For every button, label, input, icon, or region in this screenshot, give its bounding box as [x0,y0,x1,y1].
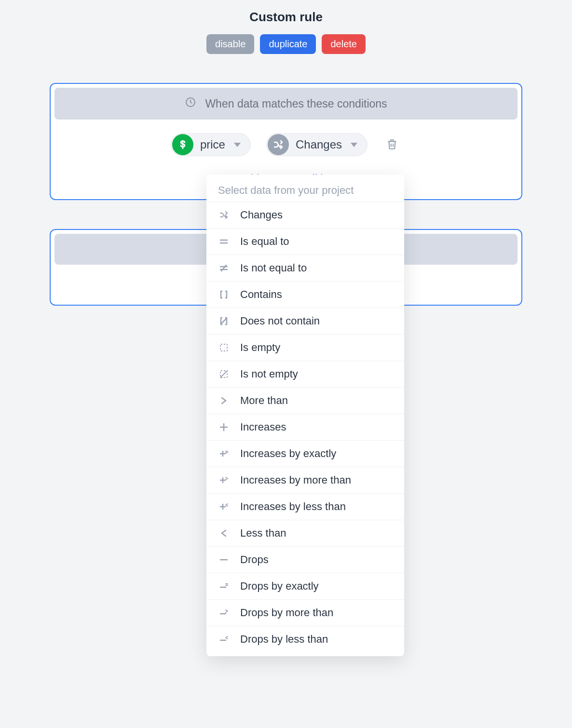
shuffle-icon [218,209,230,221]
dropdown-item-equal[interactable]: Is equal to [206,228,404,255]
chevron-down-icon [234,143,241,147]
dropdown-title: Select data from your project [206,184,404,202]
field-chip[interactable]: price [171,133,251,156]
dashed-box-slash-icon [218,368,230,380]
dropdown-item-label: Does not contain [240,315,320,327]
dropdown-item-label: Drops by less than [240,633,328,646]
equal-icon [218,236,230,247]
conditions-header: When data matches these conditions [54,88,518,120]
dropdown-item-shuffle[interactable]: Changes [206,202,404,228]
dropdown-item-brackets-slash[interactable]: Does not contain [206,308,404,334]
minus-icon [218,554,230,566]
dropdown-item-lt[interactable]: Less than [206,520,404,546]
minus-eq-icon [218,580,230,592]
brackets-slash-icon [218,315,230,327]
dropdown-item-label: Changes [240,209,283,221]
delete-button[interactable]: delete [322,34,366,54]
chevron-down-icon [351,143,357,147]
dropdown-item-dashed-box[interactable]: Is empty [206,334,404,361]
dropdown-item-label: Is empty [240,341,280,354]
condition-chip-label: Changes [293,138,345,151]
dropdown-item-minus[interactable]: Drops [206,546,404,573]
delete-condition-button[interactable] [383,135,401,155]
dropdown-item-label: Increases [240,421,286,433]
page-title: Custom rule [0,10,572,25]
dropdown-item-label: Increases by more than [240,474,351,486]
dropdown-item-label: More than [240,394,288,407]
dropdown-item-plus-gt[interactable]: Increases by more than [206,467,404,493]
brackets-icon [218,289,230,300]
dropdown-item-brackets[interactable]: Contains [206,281,404,308]
plus-gt-icon [218,474,230,486]
dropdown-item-label: Less than [240,527,286,539]
dropdown-item-plus-lt[interactable]: Increases by less than [206,493,404,520]
dropdown-item-minus-gt[interactable]: Drops by more than [206,599,404,626]
plus-lt-icon [218,501,230,512]
clock-icon [185,96,196,111]
field-chip-label: price [197,138,228,151]
dropdown-item-gt[interactable]: More than [206,387,404,414]
dropdown-item-plus[interactable]: Increases [206,414,404,440]
disable-button[interactable]: disable [206,34,254,54]
condition-chip[interactable]: Changes [266,133,368,156]
conditions-header-text: When data matches these conditions [205,97,387,110]
rule-action-buttons: disable duplicate delete [0,34,572,54]
dropdown-item-not-equal[interactable]: Is not equal to [206,255,404,281]
plus-eq-icon [218,448,230,459]
dropdown-item-label: Is equal to [240,235,289,248]
shuffle-icon [268,134,289,155]
lt-icon [218,527,230,539]
plus-icon [218,421,230,433]
condition-dropdown: Select data from your project ChangesIs … [206,175,404,656]
dropdown-item-minus-lt[interactable]: Drops by less than [206,626,404,652]
dollar-icon [172,134,193,155]
not-equal-icon [218,262,230,274]
dropdown-item-dashed-box-slash[interactable]: Is not empty [206,361,404,387]
dropdown-item-minus-eq[interactable]: Drops by exactly [206,573,404,599]
minus-gt-icon [218,607,230,619]
dropdown-item-plus-eq[interactable]: Increases by exactly [206,440,404,467]
dropdown-item-label: Contains [240,288,282,301]
dropdown-item-label: Is not equal to [240,262,307,274]
trash-icon [386,138,398,152]
dashed-box-icon [218,342,230,353]
dropdown-item-label: Drops [240,553,269,566]
duplicate-button[interactable]: duplicate [260,34,316,54]
minus-lt-icon [218,634,230,645]
dropdown-item-label: Increases by exactly [240,447,336,460]
dropdown-item-label: Drops by exactly [240,580,319,593]
dropdown-item-label: Drops by more than [240,607,333,619]
dropdown-item-label: Is not empty [240,368,298,380]
gt-icon [218,395,230,406]
dropdown-item-label: Increases by less than [240,500,346,513]
